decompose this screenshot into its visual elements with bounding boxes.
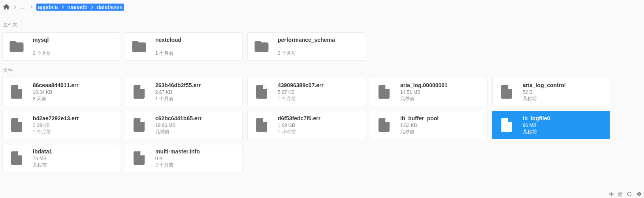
home-icon[interactable] (2, 3, 10, 11)
folder-time: 1 个月前 (155, 50, 237, 56)
file-icon (8, 84, 27, 100)
file-card[interactable]: aria_log_control52 B几秒前 (492, 78, 610, 106)
file-card[interactable]: multi-master.info0 B2 个月前 (125, 144, 243, 172)
ime-indicator[interactable]: 中 (609, 191, 614, 198)
file-time: 1 个月前 (155, 95, 237, 102)
divider (0, 16, 644, 16)
file-name: aria_log.00000001 (400, 82, 482, 88)
file-card[interactable]: ibdata176 MB几秒前 (2, 144, 120, 172)
file-name: multi-master.info (155, 148, 237, 155)
files-heading: 文件 (0, 65, 644, 78)
file-icon (498, 117, 517, 133)
breadcrumb-seg-appdata[interactable]: appdata (36, 4, 60, 11)
file-icon (376, 117, 395, 133)
file-name: ibdata1 (33, 148, 114, 155)
file-time: 几秒前 (400, 129, 482, 135)
folder-name: nextcloud (155, 37, 237, 43)
ime-charset[interactable]: 简 (618, 191, 623, 198)
folder-card[interactable]: performance_schema—2 个月前 (247, 32, 365, 61)
file-size: 2.39 KB (33, 122, 114, 129)
folder-size: — (155, 44, 237, 50)
file-icon (131, 84, 150, 100)
file-time: 1 小时前 (278, 129, 359, 135)
file-size: 19.86 MB (155, 122, 237, 129)
file-card[interactable]: 439096389c07.err5.67 KB1 个月前 (247, 78, 365, 106)
file-size: 76 MB (33, 155, 114, 162)
file-icon (376, 84, 395, 100)
file-card[interactable]: aria_log.0000000114.51 MB几秒前 (370, 78, 488, 106)
file-size: 14.51 MB (400, 89, 482, 95)
file-name: 439096389c07.err (278, 82, 359, 88)
file-time: 几秒前 (523, 129, 604, 135)
chevron-right-icon (12, 4, 18, 10)
file-time: 几秒前 (155, 129, 237, 135)
breadcrumb-seg-mariadb[interactable]: mariadb (66, 4, 89, 11)
breadcrumb-seg-databases[interactable]: databases (95, 4, 124, 11)
folder-icon (131, 38, 150, 55)
files-grid: 86ceaa844011.err10.34 KB8 天前263b46db2f55… (0, 78, 644, 176)
file-card[interactable]: d6f53fedc7f0.err1.69 GB1 小时前 (247, 111, 365, 139)
file-size: 96 MB (523, 122, 604, 129)
file-time: 2 个月前 (155, 162, 237, 168)
file-time: 1 个月前 (278, 95, 359, 102)
file-size: 0 B (155, 155, 237, 162)
folder-card[interactable]: nextcloud—1 个月前 (125, 32, 243, 61)
tray-icon[interactable] (636, 191, 642, 198)
folder-size: — (278, 44, 359, 50)
file-icon (253, 84, 272, 100)
folder-icon (253, 38, 272, 55)
folder-size: — (33, 44, 114, 50)
file-size: 5.67 KB (278, 89, 359, 95)
file-name: ib_buffer_pool (400, 115, 482, 121)
folder-name: mysql (33, 37, 114, 43)
file-size: 52 B (523, 89, 604, 95)
breadcrumb-ellipsis[interactable]: … (20, 4, 27, 10)
chevron-right-icon (28, 4, 35, 10)
file-size: 10.34 KB (33, 89, 114, 95)
file-time: 8 天前 (33, 95, 114, 102)
folder-icon (8, 38, 27, 55)
file-icon (8, 150, 27, 166)
file-name: c62bc6441b65.err (155, 115, 237, 121)
breadcrumb: … appdata mariadb databases (0, 0, 644, 14)
svg-point-0 (627, 192, 631, 196)
file-card[interactable]: b42ae7292e13.err2.39 KB1 个月前 (2, 111, 120, 139)
breadcrumb-highlighted: appdata mariadb databases (36, 4, 124, 11)
file-size: 1.62 KB (400, 122, 482, 129)
folder-name: performance_schema (278, 37, 359, 43)
file-card[interactable]: 263b46db2f55.err2.67 KB1 个月前 (125, 78, 243, 106)
file-card[interactable]: ib_buffer_pool1.62 KB几秒前 (370, 111, 488, 139)
file-icon (131, 117, 150, 133)
file-size: 1.69 GB (278, 122, 359, 129)
system-tray: 中 简 (609, 191, 642, 198)
file-icon (8, 117, 27, 133)
folder-time: 2 个月前 (33, 50, 114, 56)
file-name: ib_logfile0 (523, 115, 604, 121)
file-time: 1 个月前 (33, 129, 114, 135)
file-name: 86ceaa844011.err (33, 82, 114, 88)
file-name: d6f53fedc7f0.err (278, 115, 359, 121)
file-icon (253, 117, 272, 133)
file-name: b42ae7292e13.err (33, 115, 114, 121)
file-name: aria_log_control (523, 82, 604, 88)
folders-heading: 文件夹 (0, 19, 644, 32)
file-name: 263b46db2f55.err (155, 82, 237, 88)
file-icon (498, 84, 517, 100)
folders-grid: mysql—2 个月前nextcloud—1 个月前performance_sc… (0, 32, 644, 65)
file-card[interactable]: ib_logfile096 MB几秒前 (492, 111, 610, 139)
chevron-right-icon (60, 4, 66, 11)
file-time: 几秒前 (33, 162, 114, 168)
folder-card[interactable]: mysql—2 个月前 (2, 32, 120, 61)
file-size: 2.67 KB (155, 89, 237, 95)
file-icon (131, 150, 150, 166)
file-card[interactable]: c62bc6441b65.err19.86 MB几秒前 (125, 111, 243, 139)
chevron-right-icon (89, 4, 95, 11)
file-time: 几秒前 (400, 95, 482, 102)
folder-time: 2 个月前 (278, 50, 359, 56)
tray-icon[interactable] (627, 191, 632, 198)
file-card[interactable]: 86ceaa844011.err10.34 KB8 天前 (2, 78, 120, 106)
file-time: 几秒前 (523, 95, 604, 102)
